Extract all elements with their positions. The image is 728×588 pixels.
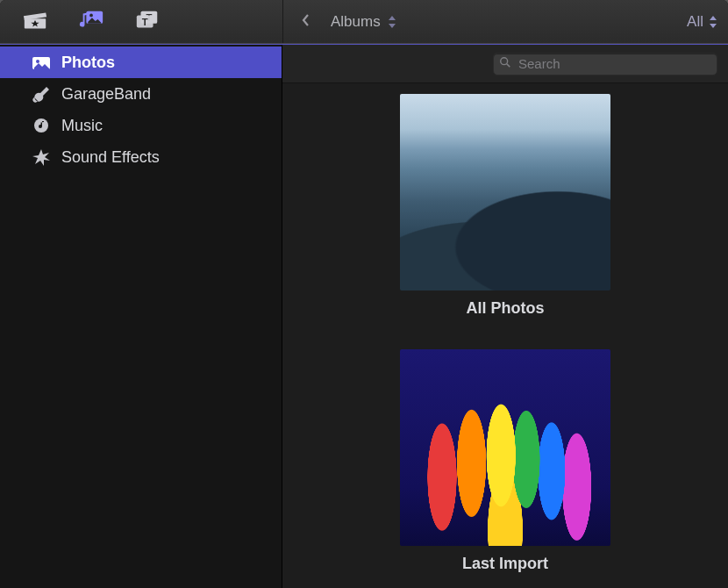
up-down-icon (709, 16, 717, 28)
search-icon (499, 56, 511, 72)
svg-point-3 (89, 13, 93, 17)
svg-line-13 (507, 63, 510, 67)
sidebar-item-garageband[interactable]: GarageBand (0, 78, 282, 110)
toolbar-tabs: TT (0, 0, 282, 43)
music-photo-icon (78, 10, 104, 34)
album-grid: All Photos Last Import (282, 83, 728, 588)
album-item[interactable]: All Photos (400, 94, 610, 318)
sidebar-item-music[interactable]: Music (0, 110, 282, 141)
search-input[interactable] (517, 55, 711, 72)
album-label: Last Import (462, 555, 548, 573)
transitions-tab[interactable] (7, 0, 63, 43)
app-window: { "toolbar": { "tabs": [ {"name": "trans… (0, 0, 728, 588)
sidebar-item-sound-effects[interactable]: Sound Effects (0, 141, 282, 173)
up-down-icon (388, 16, 396, 28)
svg-marker-11 (32, 149, 50, 166)
sidebar-item-label: Music (61, 117, 103, 135)
sidebar-item-label: Photos (61, 54, 115, 72)
music-note-icon (32, 117, 51, 134)
breadcrumb[interactable]: Albums (331, 13, 396, 31)
clapperboard-star-icon (22, 10, 48, 34)
album-thumbnail (400, 94, 610, 290)
sidebar-item-label: GarageBand (61, 85, 151, 104)
titles-tab[interactable]: TT (119, 0, 175, 43)
search-bar (282, 45, 728, 83)
chevron-left-icon (302, 13, 310, 31)
main-panel: All Photos Last Import (282, 45, 728, 588)
back-button[interactable] (294, 13, 318, 31)
sidebar-item-label: Sound Effects (61, 148, 160, 167)
media-tab[interactable] (63, 0, 119, 43)
svg-point-9 (36, 60, 39, 63)
filter-dropdown[interactable]: All (687, 13, 717, 31)
filter-label: All (687, 13, 703, 31)
svg-text:T: T (142, 16, 148, 26)
sidebar: Photos GarageBand Music (0, 45, 282, 588)
toolbar-right: Albums All (283, 0, 728, 43)
toolbar: TT Albums All (0, 0, 728, 44)
guitar-icon (32, 85, 51, 103)
album-label: All Photos (467, 299, 545, 318)
album-thumbnail (400, 349, 610, 546)
album-item[interactable]: Last Import (400, 349, 610, 573)
sidebar-item-photos[interactable]: Photos (0, 47, 282, 78)
svg-point-12 (501, 57, 508, 64)
title-t-icon: TT (134, 10, 161, 34)
breadcrumb-label: Albums (331, 13, 381, 31)
search-field[interactable] (493, 53, 717, 75)
photos-icon (32, 54, 51, 71)
burst-icon (32, 148, 51, 166)
content: Photos GarageBand Music (0, 44, 728, 588)
